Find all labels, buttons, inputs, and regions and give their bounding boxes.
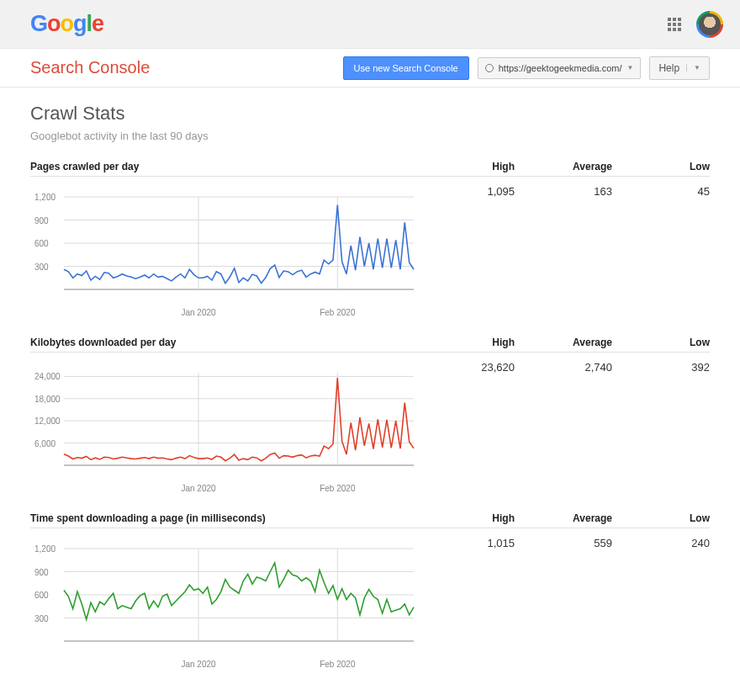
metric-block: Kilobytes downloaded per dayHighAverageL… [30,337,710,494]
globe-icon [485,64,494,72]
stat-header-low: Low [612,512,710,524]
property-selector[interactable]: https://geektogeekmedia.com/ ▼ [478,57,642,79]
stat-high: 23,620 [417,361,515,494]
stat-header-average: Average [515,337,612,348]
stat-low: 45 [612,185,710,318]
metric-title: Kilobytes downloaded per day [30,337,417,348]
stat-header-high: High [417,161,515,172]
stat-average: 2,740 [515,361,612,494]
product-bar: Search Console Use new Search Console ht… [0,49,740,88]
metric-title: Pages crawled per day [30,161,417,172]
stat-header-low: Low [612,161,710,172]
use-new-console-button[interactable]: Use new Search Console [343,56,469,80]
metric-block: Time spent downloading a page (in millis… [30,512,710,670]
stat-high: 1,095 [417,185,515,318]
chevron-down-icon: ▼ [626,64,633,72]
stat-header-high: High [417,337,515,348]
stat-low: 392 [612,361,710,494]
stat-header-average: Average [515,512,612,524]
google-logo[interactable]: Google [30,11,103,37]
metric-title: Time spent downloading a page (in millis… [30,512,417,524]
user-avatar[interactable] [696,11,723,38]
page-subtitle: Googlebot activity in the last 90 days [30,130,710,142]
chart: 3006009001,200 [30,540,417,658]
page-title: Crawl Stats [30,103,710,125]
apps-grid-icon[interactable] [668,18,681,31]
help-label: Help [658,62,679,74]
stat-header-low: Low [612,337,710,348]
stat-header-high: High [417,512,515,524]
help-button[interactable]: Help ▼ [649,56,710,80]
page-content: Crawl Stats Googlebot activity in the la… [0,88,740,685]
stat-high: 1,015 [417,537,515,670]
stat-header-average: Average [515,161,612,172]
stat-low: 240 [612,537,710,670]
chevron-down-icon: ▼ [686,64,700,72]
property-url: https://geektogeekmedia.com/ [499,63,622,73]
stat-average: 163 [515,185,612,318]
product-title: Search Console [30,58,150,77]
stat-average: 559 [515,537,612,670]
chart: 6,00012,00018,00024,000 [30,364,417,482]
top-bar: Google [0,0,740,49]
metric-block: Pages crawled per dayHighAverageLow30060… [30,161,710,318]
chart: 3006009001,200 [30,188,417,306]
